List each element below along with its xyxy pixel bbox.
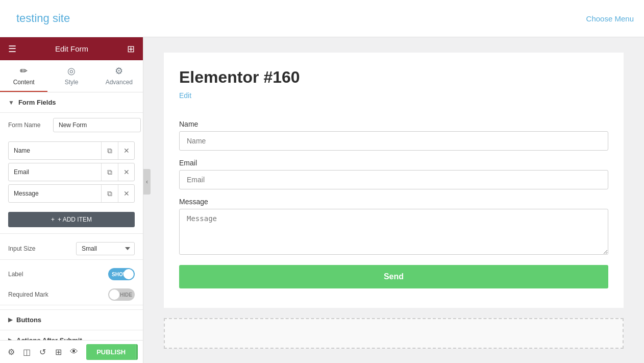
divider (0, 233, 143, 234)
form-item-name-label[interactable]: Name (9, 143, 101, 158)
form-item-name-delete-button[interactable]: ✕ (118, 142, 134, 159)
settings-icon-button[interactable]: ⚙ (5, 344, 18, 360)
send-button[interactable]: Send (179, 265, 608, 288)
sidebar: ☰ Edit Form ⊞ ✏ Content ◎ Style ⚙ Advanc… (0, 37, 143, 363)
chevron-right-icon: ▶ (8, 317, 12, 323)
form-item-name-duplicate-button[interactable]: ⧉ (102, 142, 118, 159)
advanced-tab-icon: ⚙ (115, 65, 123, 77)
divider-2 (0, 259, 143, 260)
page-wrapper: Elementor #160 Edit Name Email Message S… (164, 53, 624, 308)
actions-label: Actions After Submit (16, 336, 82, 340)
top-bar: testing site Choose Menu (0, 0, 644, 37)
choose-menu-link[interactable]: Choose Menu (586, 14, 634, 23)
buttons-section[interactable]: ▶ Buttons (0, 309, 143, 330)
input-size-row: Input Size Small Default Medium Large (0, 238, 143, 259)
form-group-message: Message (179, 198, 608, 257)
label-toggle-row: Label SHOW (0, 264, 143, 284)
content-tab-label: Content (13, 79, 35, 86)
advanced-tab-label: Advanced (106, 79, 133, 86)
section-chevron-down-icon: ▼ (8, 99, 14, 106)
label-toggle-knob (123, 269, 134, 279)
style-tab-label: Style (65, 79, 79, 86)
site-title: testing site (16, 12, 70, 25)
hamburger-icon[interactable]: ☰ (8, 43, 16, 55)
sidebar-title: Edit Form (55, 44, 88, 53)
form-group-email: Email (179, 159, 608, 189)
label-toggle[interactable]: SHOW (108, 268, 135, 280)
sidebar-content: ▼ Form Fields Form Name Name ⧉ ✕ Ema (0, 92, 143, 340)
add-icon: + (51, 216, 55, 223)
form-items-list: Name ⧉ ✕ Email ⧉ ✕ Message (0, 137, 143, 208)
sidebar-header: ☰ Edit Form ⊞ (0, 37, 143, 60)
content-tab-icon: ✏ (20, 65, 28, 77)
required-mark-label: Required Mark (8, 291, 108, 298)
form-item-email-label[interactable]: Email (9, 164, 101, 180)
input-size-select[interactable]: Small Default Medium Large (76, 242, 135, 255)
label-toggle-container: SHOW (108, 268, 135, 280)
publish-dropdown-button[interactable]: ▲ (136, 344, 138, 360)
required-mark-toggle[interactable]: HIDE (108, 288, 135, 301)
form-item-message-actions: ⧉ ✕ (101, 185, 134, 202)
required-mark-knob (109, 289, 119, 300)
templates-icon-button[interactable]: ⊞ (52, 344, 65, 360)
grid-icon[interactable]: ⊞ (127, 43, 135, 55)
form-item-message-label[interactable]: Message (9, 186, 101, 201)
form-fields-label: Form Fields (18, 99, 56, 106)
tab-advanced[interactable]: ⚙ Advanced (95, 60, 143, 92)
tab-content[interactable]: ✏ Content (0, 60, 47, 92)
form-item-email: Email ⧉ ✕ (8, 163, 135, 181)
form-item-message-duplicate-button[interactable]: ⧉ (102, 185, 118, 202)
edit-link[interactable]: Edit (179, 91, 191, 100)
form-item-email-actions: ⧉ ✕ (101, 163, 134, 181)
layers-icon-button[interactable]: ◫ (21, 344, 34, 360)
divider-3 (0, 305, 143, 305)
placeholder-area (164, 318, 624, 349)
email-field-label: Email (179, 159, 608, 167)
add-item-button[interactable]: + + ADD ITEM (8, 212, 135, 227)
form-item-message-delete-button[interactable]: ✕ (118, 185, 134, 202)
publish-button[interactable]: PUBLISH (86, 344, 136, 360)
label-toggle-label: Label (8, 271, 108, 278)
form-fields-section-header[interactable]: ▼ Form Fields (0, 92, 143, 113)
form-item-email-delete-button[interactable]: ✕ (118, 163, 134, 181)
history-icon-button[interactable]: ↺ (36, 344, 49, 360)
actions-section[interactable]: ▶ Actions After Submit (0, 330, 143, 340)
form-name-input[interactable] (53, 118, 141, 132)
form-item-email-duplicate-button[interactable]: ⧉ (102, 163, 118, 181)
message-field-textarea[interactable] (179, 209, 608, 255)
message-field-label: Message (179, 198, 608, 206)
content-area: Elementor #160 Edit Name Email Message S… (143, 37, 644, 363)
form-group-name: Name (179, 120, 608, 151)
publish-btn-group: PUBLISH ▲ (86, 344, 138, 360)
page-title: Elementor #160 (179, 68, 608, 87)
form-name-row: Form Name (0, 113, 143, 137)
preview-icon-button[interactable]: 👁 (68, 344, 81, 360)
contact-form: Name Email Message Send (179, 120, 608, 288)
tab-style[interactable]: ◎ Style (47, 60, 95, 92)
top-bar-left: testing site (10, 12, 70, 25)
email-field-input[interactable] (179, 170, 608, 189)
tabs: ✏ Content ◎ Style ⚙ Advanced (0, 60, 143, 92)
main-layout: ☰ Edit Form ⊞ ✏ Content ◎ Style ⚙ Advanc… (0, 37, 644, 363)
form-name-label: Form Name (8, 122, 49, 129)
bottom-toolbar: ⚙ ◫ ↺ ⊞ 👁 PUBLISH ▲ (0, 340, 143, 363)
form-item-name-actions: ⧉ ✕ (101, 142, 134, 159)
form-item-name: Name ⧉ ✕ (8, 141, 135, 160)
form-item-message: Message ⧉ ✕ (8, 184, 135, 203)
name-field-label: Name (179, 120, 608, 128)
buttons-label: Buttons (16, 316, 41, 324)
input-size-label: Input Size (8, 245, 72, 252)
style-tab-icon: ◎ (67, 65, 76, 77)
add-item-label: + ADD ITEM (58, 216, 92, 223)
required-mark-hide-text: HIDE (120, 292, 132, 298)
required-mark-toggle-container: HIDE (108, 288, 135, 301)
name-field-input[interactable] (179, 131, 608, 151)
required-mark-row: Required Mark HIDE (0, 284, 143, 305)
collapse-handle[interactable]: ‹ (143, 169, 151, 195)
